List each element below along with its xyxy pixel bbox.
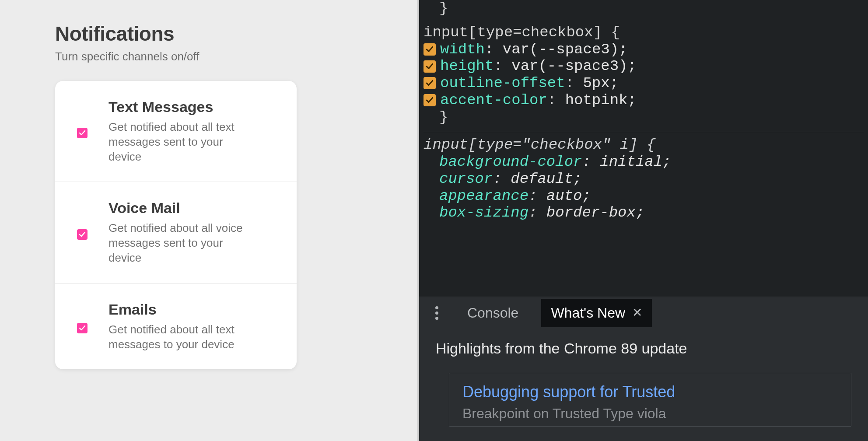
notification-row-emails: Emails Get notified about all text messa… [55,284,297,370]
tab-whats-new[interactable]: What's New ✕ [541,299,652,327]
css-prop[interactable]: accent-color [440,92,547,109]
css-val: auto; [546,188,591,205]
check-icon [79,325,86,332]
css-val[interactable]: var(--space3); [503,41,628,58]
close-icon[interactable]: ✕ [632,307,642,319]
css-val: default; [511,171,582,188]
css-prop-toggle-accent-color[interactable] [424,94,436,106]
row-desc: Get notified about all voice messages se… [108,221,253,265]
styles-panel[interactable]: } input[type=checkbox] { width: var(--sp… [419,0,868,221]
notifications-card: Text Messages Get notified about all tex… [55,81,297,369]
css-selector-ua: input[type="checkbox" i] { [424,136,656,154]
tab-label: What's New [551,305,625,321]
check-icon [79,231,86,238]
drawer-body: Highlights from the Chrome 89 update Deb… [419,329,868,438]
drawer-tabstrip: Console What's New ✕ [419,297,868,329]
css-prop-toggle-height[interactable] [424,60,436,73]
checkbox-text-messages[interactable] [77,128,88,138]
row-desc: Get notified about all text messages to … [108,322,253,352]
css-val[interactable]: 5px; [583,75,619,92]
css-prop: background-color [439,154,582,171]
css-prop[interactable]: outline-offset [440,75,565,92]
check-icon [426,79,434,87]
css-prop: box-sizing [439,204,528,221]
page-subtitle: Turn specific channels on/off [55,50,309,63]
row-title: Voice Mail [108,200,279,217]
checkbox-emails[interactable] [77,323,88,333]
user-agent-rule: input[type="checkbox" i] { background-co… [424,132,864,221]
row-title: Emails [108,301,279,318]
css-prop-toggle-width[interactable] [424,43,436,56]
page-title: Notifications [55,22,309,46]
css-val: initial; [600,154,671,171]
drawer-headline: Highlights from the Chrome 89 update [436,340,851,357]
css-selector[interactable]: input[type=checkbox] { [424,24,620,41]
app-root: Notifications Turn specific channels on/… [0,0,868,441]
devtools-drawer: Console What's New ✕ Highlights from the… [419,297,868,441]
check-icon [426,63,434,70]
devtools-pane: } input[type=checkbox] { width: var(--sp… [419,0,868,441]
rule-close-brace: } [439,0,448,17]
row-title: Text Messages [108,98,279,116]
rule-close-brace: } [439,109,448,126]
notification-row-voice-mail: Voice Mail Get notified about all voice … [55,182,297,283]
css-prop-toggle-outline-offset[interactable] [424,77,436,89]
notifications-section: Notifications Turn specific channels on/… [55,22,309,369]
css-prop: appearance [439,188,528,205]
kebab-menu-icon[interactable] [429,306,444,320]
highlight-title: Debugging support for Trusted [462,383,838,401]
highlight-card[interactable]: Debugging support for Trusted Breakpoint… [449,373,851,427]
check-icon [79,130,86,136]
row-desc: Get notified about all text messages sen… [108,120,253,164]
rendered-page-pane: Notifications Turn specific channels on/… [0,0,419,441]
notification-row-text-messages: Text Messages Get notified about all tex… [55,81,297,182]
highlight-subtitle: Breakpoint on Trusted Type viola [462,406,838,422]
check-icon [426,46,434,53]
css-val[interactable]: hotpink; [565,92,637,109]
css-val[interactable]: var(--space3); [511,58,637,75]
tab-console[interactable]: Console [458,299,528,327]
css-val: border-box; [546,204,644,221]
checkbox-voice-mail[interactable] [77,229,88,240]
css-prop: cursor [439,171,493,188]
check-icon [426,96,434,104]
css-prop[interactable]: width [440,41,485,58]
css-prop[interactable]: height [440,58,494,75]
